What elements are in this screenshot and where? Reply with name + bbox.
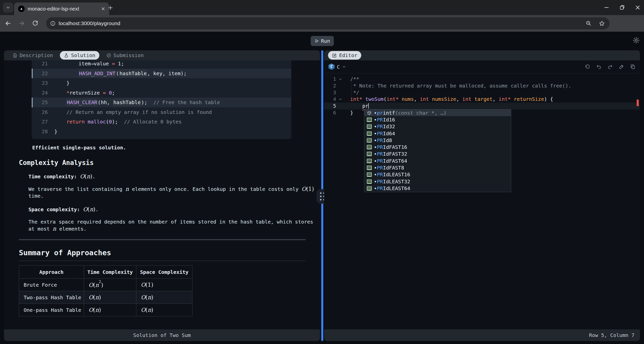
play-icon xyxy=(314,39,319,43)
autocomplete-label: •PRId64 xyxy=(374,131,395,137)
code-line: 24 *returnSize = 0; xyxy=(32,88,291,98)
autocomplete-item[interactable]: •PRId16 xyxy=(364,116,511,123)
autocomplete-label: •PRIdLEAST16 xyxy=(374,171,410,178)
tab-description[interactable]: Description xyxy=(11,51,55,60)
code-line: 21 item→value = 1; xyxy=(32,60,291,69)
code-line: 22 HASH_ADD_INT(hashTable, key, item); xyxy=(32,69,291,78)
table-row: One-pass Hash TableO(n)O(n) xyxy=(19,304,192,316)
text-symbol-icon xyxy=(366,117,372,122)
summary-heading: Summary of Approaches xyxy=(19,248,306,261)
line-number: 26 xyxy=(35,109,48,115)
line-number: 1 xyxy=(324,76,336,82)
tab-search-chevron-icon[interactable] xyxy=(3,3,13,13)
autocomplete-item[interactable]: •printf(const char *, …) xyxy=(364,109,511,116)
complexity-items: Time complexity: O(n).We traverse the li… xyxy=(28,173,315,239)
url-field[interactable]: localhost:3000/playground xyxy=(46,17,610,29)
back-icon[interactable] xyxy=(5,20,12,27)
url-text[interactable]: localhost:3000/playground xyxy=(59,20,586,26)
window-close-icon[interactable] xyxy=(635,5,640,10)
line-number: 27 xyxy=(35,119,48,125)
editor-actions xyxy=(585,64,635,69)
line-number: 4 xyxy=(324,96,336,103)
autocomplete-label: •PRIdLEAST32 xyxy=(374,179,410,185)
solution-note: Efficient single-pass solution. xyxy=(32,145,126,151)
minimize-icon[interactable] xyxy=(604,5,609,10)
flask-icon xyxy=(64,53,69,58)
solution-content[interactable]: 21 item→value = 1;22 HASH_ADD_INT(hashTa… xyxy=(4,60,320,329)
text-symbol-icon xyxy=(366,179,372,184)
editor-line[interactable]: 1/** xyxy=(324,76,640,82)
line-number: 5 xyxy=(324,103,336,109)
tab-label: Submission xyxy=(113,52,144,58)
run-button[interactable]: Run xyxy=(311,36,334,46)
autocomplete-item[interactable]: •PRId32 xyxy=(364,123,511,130)
zoom-out-icon[interactable] xyxy=(586,20,592,26)
new-tab-plus-icon[interactable] xyxy=(107,4,114,12)
tab-editor[interactable]: Editor xyxy=(328,51,361,60)
monaco-editor[interactable]: 1/**2 * Note: The returned array must be… xyxy=(324,74,640,329)
settings-gear-icon[interactable] xyxy=(632,36,640,44)
autocomplete-label: •printf xyxy=(374,110,395,116)
browser-tab-bar: ▲ monaco-editor-lsp-next xyxy=(0,0,644,15)
complexity-heading: Complexity Analysis xyxy=(19,159,94,166)
line-number: 21 xyxy=(35,61,48,67)
fold-chevron-icon[interactable] xyxy=(339,96,342,103)
edit-icon xyxy=(332,53,337,58)
error-overview-marker xyxy=(637,100,639,106)
autocomplete-label: •PRId32 xyxy=(374,123,395,130)
text-symbol-icon xyxy=(366,144,372,150)
editor-line[interactable]: 2 * Note: The returned array must be mal… xyxy=(324,82,640,89)
format-icon[interactable] xyxy=(619,64,624,69)
tab-submission[interactable]: Submission xyxy=(104,51,146,60)
complexity-item: We traverse the list containing n elemen… xyxy=(28,186,315,199)
reload-icon[interactable] xyxy=(32,20,39,27)
run-label: Run xyxy=(321,38,330,44)
table-cell: O(n) xyxy=(84,304,136,316)
autocomplete-item[interactable]: •PRIdFAST32 xyxy=(364,151,511,157)
editor-line[interactable]: 3 */ xyxy=(324,89,640,96)
document-icon xyxy=(13,53,17,58)
forward-icon[interactable] xyxy=(18,20,25,27)
table-row: Brute ForceO(n2)O(1) xyxy=(19,279,192,291)
autocomplete-item[interactable]: •PRId64 xyxy=(364,130,511,137)
restore-icon[interactable] xyxy=(619,5,625,10)
info-icon[interactable] xyxy=(50,21,56,26)
autocomplete-item[interactable]: •PRIdFAST64 xyxy=(364,157,511,164)
reset-icon[interactable] xyxy=(585,64,590,69)
line-number: 28 xyxy=(35,128,48,135)
tab-label: Editor xyxy=(339,52,357,58)
bookmark-star-icon[interactable] xyxy=(599,20,605,27)
table-header: Time Complexity xyxy=(84,266,136,279)
line-number: 3 xyxy=(324,89,336,96)
text-symbol-icon xyxy=(366,158,372,164)
solution-code-block: 21 item→value = 1;22 HASH_ADD_INT(hashTa… xyxy=(32,60,291,139)
table-cell: O(n2) xyxy=(84,279,136,291)
autocomplete-item[interactable]: •PRIdLEAST64 xyxy=(364,185,511,192)
code-line: 28} xyxy=(32,127,291,137)
editor-line[interactable]: 4int* twoSum(int* nums, int numsSize, in… xyxy=(324,96,640,103)
method-cube-icon xyxy=(366,110,372,116)
tab-close-icon[interactable] xyxy=(101,7,105,11)
solution-panel: Description Solution Submission 21 item→… xyxy=(4,50,320,341)
language-selector[interactable]: C C xyxy=(329,64,346,70)
autocomplete-item[interactable]: •PRId8 xyxy=(364,137,511,144)
autocomplete-item[interactable]: •PRIdLEAST32 xyxy=(364,178,511,185)
browser-tab[interactable]: ▲ monaco-editor-lsp-next xyxy=(14,3,109,15)
table-cell: Two-pass Hash Table xyxy=(19,291,84,304)
autocomplete-item[interactable]: •PRIdFAST16 xyxy=(364,144,511,150)
text-symbol-icon xyxy=(366,124,372,129)
text-symbol-icon xyxy=(366,186,372,191)
editor-line[interactable]: 5 pr xyxy=(324,103,640,109)
table-cell: O(n) xyxy=(84,291,136,304)
table-header: Space Complexity xyxy=(136,266,192,279)
text-symbol-icon xyxy=(366,151,372,157)
undo-icon[interactable] xyxy=(596,64,601,69)
fold-chevron-icon[interactable] xyxy=(339,76,342,82)
playground-toolbar: Run xyxy=(0,32,644,49)
autocomplete-item[interactable]: •PRIdFAST8 xyxy=(364,164,511,171)
redo-icon[interactable] xyxy=(608,64,613,69)
autocomplete-item[interactable]: •PRIdLEAST16 xyxy=(364,171,511,178)
section-divider xyxy=(19,239,306,240)
tab-solution[interactable]: Solution xyxy=(60,51,99,60)
copy-icon[interactable] xyxy=(630,64,635,69)
